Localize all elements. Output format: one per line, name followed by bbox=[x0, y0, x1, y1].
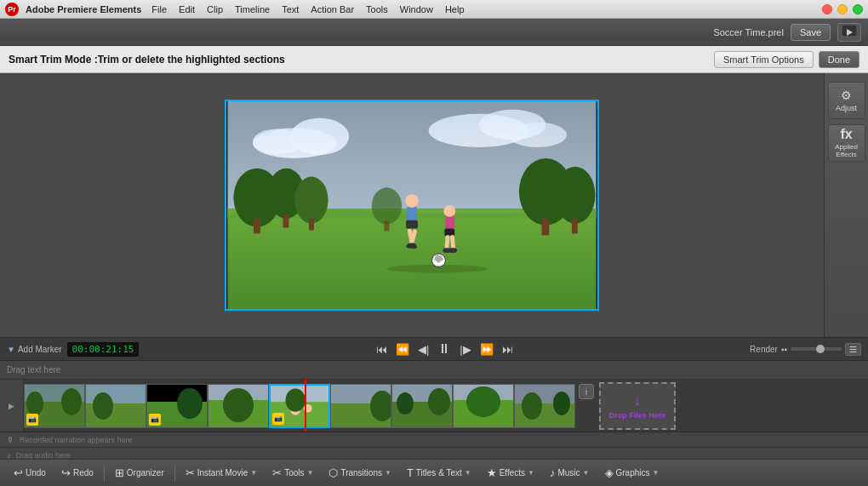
svg-point-47 bbox=[177, 388, 203, 419]
app-name: Adobe Premiere Elements bbox=[26, 4, 141, 14]
menu-edit[interactable]: Edit bbox=[179, 4, 195, 14]
music-icon: ♪ bbox=[550, 466, 556, 479]
instant-movie-arrow: ▼ bbox=[250, 469, 257, 477]
film-thumb-6[interactable] bbox=[330, 384, 391, 428]
add-marker-button[interactable]: ▼ Add Marker bbox=[7, 345, 62, 354]
adjust-icon: ⚙ bbox=[841, 89, 852, 102]
undo-label: Undo bbox=[26, 468, 46, 477]
film-thumb-3[interactable]: 📷 bbox=[146, 384, 208, 428]
redo-button[interactable]: ↪ Redo bbox=[54, 464, 100, 482]
go-end-button[interactable]: ⏭ bbox=[500, 341, 516, 357]
smarttrim-title: Smart Trim Mode :Trim or delete the high… bbox=[9, 54, 714, 66]
transitions-button[interactable]: ⬡ Transitions ▼ bbox=[322, 464, 397, 482]
render-menu-button[interactable]: ☰ bbox=[845, 343, 861, 356]
svg-point-30 bbox=[443, 205, 455, 217]
menu-clip[interactable]: Clip bbox=[207, 4, 223, 14]
drop-files-label: Drop Files Here bbox=[609, 411, 666, 420]
graphics-button[interactable]: ◈ Graphics ▼ bbox=[598, 464, 666, 482]
svg-rect-21 bbox=[385, 221, 390, 232]
menu-timeline[interactable]: Timeline bbox=[235, 4, 270, 14]
narration-placeholder: Recorded narration appears here bbox=[20, 436, 133, 444]
film-thumb-1[interactable]: 📷 bbox=[24, 384, 85, 428]
titles-icon: T bbox=[407, 466, 414, 479]
film-thumb-7[interactable] bbox=[391, 384, 453, 428]
instant-movie-icon: ✂ bbox=[186, 466, 195, 479]
frame-fwd-button[interactable]: |▶ bbox=[457, 341, 473, 357]
video-track-container: ▶ 📷 bbox=[0, 380, 868, 432]
effects-button[interactable]: fx AppliedEffects bbox=[828, 124, 865, 162]
drop-arrow-icon: ↓ bbox=[634, 392, 642, 409]
film-thumb-5[interactable]: 📷 bbox=[269, 384, 330, 428]
share-icon[interactable] bbox=[837, 23, 861, 42]
menu-items: File Edit Clip Timeline Text Action Bar … bbox=[151, 4, 822, 14]
minimize-button[interactable] bbox=[837, 4, 848, 14]
undo-icon: ↩ bbox=[14, 466, 23, 479]
step-back-button[interactable]: ⏪ bbox=[393, 341, 412, 357]
menubar: Pr Adobe Premiere Elements File Edit Cli… bbox=[0, 0, 868, 19]
film-thumb-9[interactable] bbox=[514, 384, 575, 428]
tools-arrow: ▼ bbox=[306, 469, 313, 477]
menu-help[interactable]: Help bbox=[445, 4, 465, 14]
divider-1 bbox=[104, 465, 105, 482]
adjust-button[interactable]: ⚙ Adjust bbox=[828, 82, 865, 119]
close-button[interactable] bbox=[822, 4, 832, 14]
preview-area bbox=[0, 73, 824, 337]
effects-icon: ★ bbox=[487, 466, 497, 479]
svg-point-68 bbox=[522, 392, 542, 420]
svg-rect-19 bbox=[572, 219, 578, 234]
music-button[interactable]: ♪ Music ▼ bbox=[543, 464, 597, 482]
titles-label: Titles & Text bbox=[416, 468, 462, 477]
organizer-label: Organizer bbox=[127, 468, 164, 477]
undo-button[interactable]: ↩ Undo bbox=[7, 464, 53, 482]
svg-point-41 bbox=[61, 388, 82, 415]
save-button[interactable]: Save bbox=[791, 24, 831, 41]
smarttrim-options-button[interactable]: Smart Trim Options bbox=[714, 51, 814, 68]
window-controls bbox=[822, 4, 863, 14]
tools-button[interactable]: ✂ Tools ▼ bbox=[266, 464, 320, 482]
film-icon-3: 📷 bbox=[149, 414, 161, 426]
instant-movie-label: Instant Movie bbox=[197, 468, 248, 477]
svg-rect-22 bbox=[407, 206, 417, 221]
track-info-icon[interactable]: i bbox=[579, 384, 594, 399]
transport-controls: ⏮ ⏪ ◀| ⏸ |▶ ⏩ ⏭ bbox=[144, 340, 745, 358]
menu-file[interactable]: File bbox=[151, 4, 167, 14]
graphics-arrow: ▼ bbox=[653, 469, 660, 477]
music-arrow: ▼ bbox=[583, 469, 590, 477]
menu-window[interactable]: Window bbox=[400, 4, 433, 14]
graphics-label: Graphics bbox=[616, 468, 650, 477]
go-start-button[interactable]: ⏮ bbox=[374, 341, 390, 357]
film-strip: 📷 📷 bbox=[24, 382, 676, 430]
maximize-button[interactable] bbox=[853, 4, 863, 14]
right-panel: ⚙ Adjust fx AppliedEffects bbox=[824, 73, 868, 337]
video-frame bbox=[225, 100, 599, 311]
svg-rect-24 bbox=[406, 220, 418, 229]
effects-button[interactable]: ★ Effects ▼ bbox=[480, 464, 541, 482]
menu-action-bar[interactable]: Action Bar bbox=[311, 4, 354, 14]
play-pause-button[interactable]: ⏸ bbox=[435, 340, 454, 358]
done-button[interactable]: Done bbox=[819, 51, 859, 68]
track-icon: ▶ bbox=[9, 402, 14, 410]
video-track[interactable]: 📷 📷 bbox=[24, 380, 868, 432]
menu-tools[interactable]: Tools bbox=[366, 4, 388, 14]
titles-arrow: ▼ bbox=[465, 469, 471, 477]
redo-label: Redo bbox=[73, 468, 94, 477]
film-thumb-4[interactable] bbox=[208, 384, 269, 428]
titles-text-button[interactable]: T Titles & Text ▼ bbox=[400, 464, 478, 482]
step-fwd-button[interactable]: ⏩ bbox=[477, 341, 496, 357]
project-name: Soccer Time.prel bbox=[7, 27, 784, 37]
smarttrim-bar: Smart Trim Mode :Trim or delete the high… bbox=[0, 46, 868, 73]
frame-back-button[interactable]: ◀| bbox=[415, 341, 431, 357]
film-thumb-2[interactable] bbox=[85, 384, 146, 428]
film-thumb-8[interactable] bbox=[453, 384, 514, 428]
instant-movie-button[interactable]: ✂ Instant Movie ▼ bbox=[179, 464, 264, 482]
music-label: Music bbox=[557, 468, 580, 477]
organizer-button[interactable]: ⊞ Organizer bbox=[108, 464, 171, 482]
svg-rect-31 bbox=[444, 229, 454, 237]
svg-point-65 bbox=[466, 386, 500, 417]
playhead[interactable] bbox=[305, 380, 306, 432]
render-slider[interactable] bbox=[791, 347, 842, 351]
menu-text[interactable]: Text bbox=[282, 4, 299, 14]
drop-files-zone[interactable]: ↓ Drop Files Here bbox=[599, 382, 676, 430]
effects-label: Effects bbox=[500, 468, 525, 477]
svg-point-69 bbox=[553, 392, 570, 415]
